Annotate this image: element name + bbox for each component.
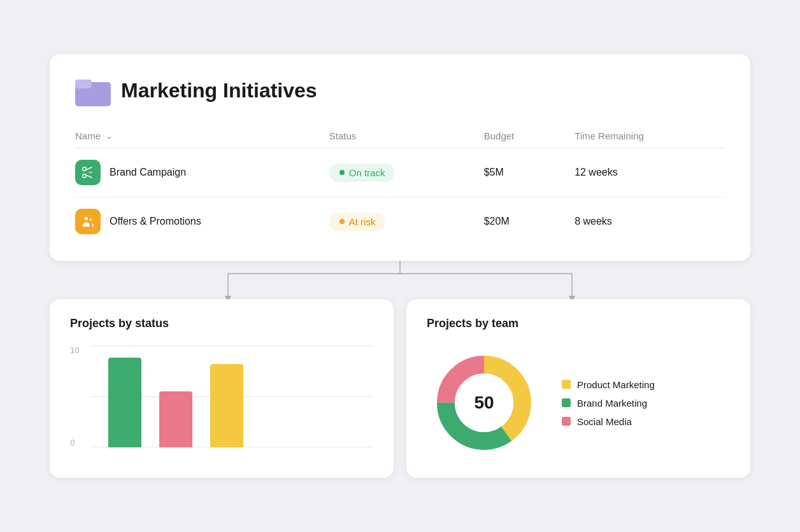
svg-point-7 bbox=[85, 217, 89, 221]
row-name-label: Offers & Promotions bbox=[110, 216, 201, 227]
svg-point-2 bbox=[83, 167, 87, 171]
cell-name: Brand Campaign bbox=[75, 148, 319, 197]
bar-chart-area: 10 0 bbox=[70, 346, 373, 460]
cell-status: On track bbox=[319, 148, 474, 197]
y-label-0: 0 bbox=[70, 438, 79, 447]
donut-center-value: 50 bbox=[474, 393, 494, 413]
cell-time: 12 weeks bbox=[564, 148, 725, 197]
svg-point-3 bbox=[83, 174, 87, 178]
row-name-label: Brand Campaign bbox=[110, 167, 186, 178]
cell-budget: $20M bbox=[474, 197, 564, 246]
legend-label: Brand Marketing bbox=[577, 398, 647, 409]
bar bbox=[159, 391, 192, 447]
name-sort-icon[interactable]: ⌄ bbox=[106, 131, 113, 141]
bottom-row: Projects by status 10 0 bbox=[50, 299, 750, 478]
status-badge: On track bbox=[329, 164, 396, 182]
donut-area: 50 Product Marketing Brand Marketing Soc… bbox=[427, 346, 730, 460]
col-header-time: Time Remaining bbox=[564, 124, 725, 148]
cell-name: Offers & Promotions bbox=[75, 197, 319, 246]
svg-point-8 bbox=[90, 218, 92, 221]
legend-dot bbox=[562, 380, 571, 389]
col-header-budget: Budget bbox=[474, 124, 564, 148]
legend-label: Product Marketing bbox=[577, 379, 655, 390]
svg-line-5 bbox=[86, 175, 92, 178]
row-icon bbox=[75, 160, 101, 185]
initiatives-table: Name ⌄ Status Budget Time Remaining Bran… bbox=[75, 124, 725, 246]
col-header-name: Name ⌄ bbox=[75, 124, 319, 148]
table-row: Offers & Promotions At risk $20M 8 weeks bbox=[75, 197, 725, 246]
bar-chart-card: Projects by status 10 0 bbox=[50, 299, 394, 478]
cell-status: At risk bbox=[319, 197, 474, 246]
legend-label: Social Media bbox=[577, 416, 632, 427]
legend-item: Brand Marketing bbox=[562, 398, 655, 409]
y-label-10: 10 bbox=[70, 346, 79, 355]
bar-chart-title: Projects by status bbox=[70, 317, 373, 330]
status-badge: At risk bbox=[329, 213, 386, 231]
legend-item: Social Media bbox=[562, 416, 655, 427]
legend-item: Product Marketing bbox=[562, 379, 655, 390]
folder-icon bbox=[75, 74, 111, 106]
donut-chart-card: Projects by team 50 bbox=[406, 299, 750, 478]
status-dot bbox=[339, 170, 345, 175]
donut-wrapper: 50 bbox=[427, 346, 541, 460]
status-dot bbox=[339, 219, 345, 224]
page-title: Marketing Initiatives bbox=[121, 79, 317, 102]
connector-lines bbox=[62, 261, 738, 299]
bar bbox=[210, 364, 243, 447]
bar bbox=[108, 358, 141, 447]
initiatives-card: Marketing Initiatives Name ⌄ Status Budg… bbox=[50, 54, 750, 261]
svg-marker-12 bbox=[225, 296, 231, 299]
row-icon bbox=[75, 209, 101, 234]
legend-dot bbox=[562, 398, 571, 407]
cell-budget: $5M bbox=[474, 148, 564, 197]
svg-marker-15 bbox=[569, 296, 575, 299]
table-row: Brand Campaign On track $5M 12 weeks bbox=[75, 148, 725, 197]
legend-dot bbox=[562, 417, 571, 426]
card-header: Marketing Initiatives bbox=[75, 74, 725, 106]
svg-rect-1 bbox=[75, 80, 92, 88]
donut-legend: Product Marketing Brand Marketing Social… bbox=[562, 379, 655, 427]
svg-line-4 bbox=[86, 167, 92, 170]
cell-time: 8 weeks bbox=[564, 197, 725, 246]
donut-chart-title: Projects by team bbox=[427, 317, 730, 330]
main-container: Marketing Initiatives Name ⌄ Status Budg… bbox=[50, 54, 750, 478]
col-header-status: Status bbox=[319, 124, 474, 148]
